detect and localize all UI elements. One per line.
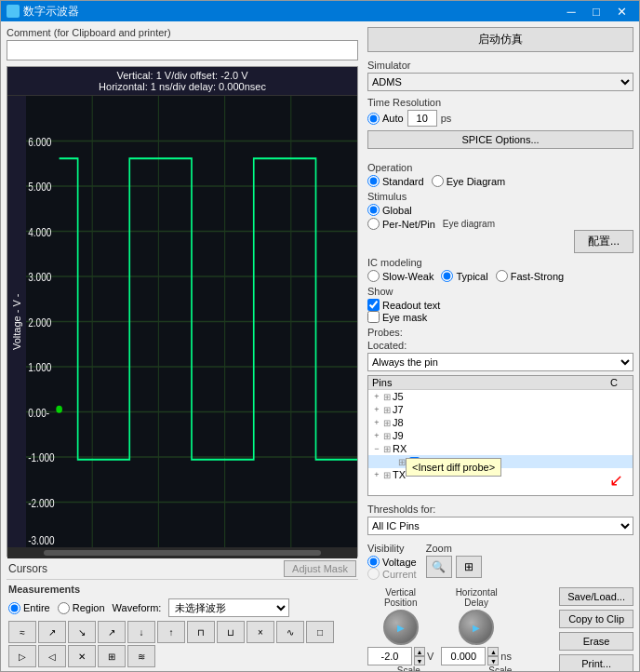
global-radio-label[interactable]: Global [367, 204, 412, 216]
expand-rx-child-icon [387, 457, 396, 466]
zoom-magnify-button[interactable]: 🔍 [426, 556, 452, 578]
entire-radio-label[interactable]: Entire [8, 602, 50, 614]
vertical-position-knob[interactable] [383, 610, 419, 645]
current-radio-label[interactable]: Current [367, 568, 417, 580]
meas-btn-8[interactable]: × [247, 621, 274, 643]
comment-input[interactable] [7, 40, 358, 60]
typical-radio[interactable] [441, 270, 453, 282]
pins-header: Pins C [368, 376, 633, 390]
slow-weak-radio-label[interactable]: Slow-Weak [367, 270, 433, 282]
meas-btn-3[interactable]: ↗ [98, 621, 126, 643]
meas-btn-12[interactable]: ◁ [38, 645, 66, 667]
per-net-pin-radio[interactable] [367, 218, 380, 230]
auto-radio[interactable] [367, 113, 380, 125]
thresholds-select[interactable]: All IC Pins Selected Pins [367, 517, 633, 535]
meas-btn-7[interactable]: ⊔ [217, 621, 245, 643]
expand-j8-icon[interactable]: + [372, 418, 381, 427]
voltage-radio[interactable] [367, 556, 380, 568]
probes-section: Probes: Located: Always the pin At probe… [367, 327, 633, 500]
readout-text-checkbox-label[interactable]: Readout text [367, 299, 633, 311]
waveform-select[interactable]: 未选择波形 [168, 598, 289, 617]
per-net-pin-radio-label[interactable]: Per-Net/Pin [367, 218, 435, 230]
y-axis-label: Voltage - V - [7, 96, 26, 547]
v-scale-group: Scale ▲ ▼ V/div [367, 665, 449, 671]
vertical-position-input[interactable] [367, 647, 412, 665]
time-resolution-input[interactable] [407, 110, 437, 127]
print-button[interactable]: Print... [559, 654, 633, 671]
maximize-button[interactable]: □ [584, 1, 608, 21]
meas-btn-10[interactable]: □ [306, 621, 334, 643]
slow-weak-radio[interactable] [367, 270, 380, 282]
comment-section: Comment (for Clipboard and printer) [7, 27, 358, 60]
probes-label: Probes: [367, 327, 633, 338]
eye-mask-checkbox-label[interactable]: Eye mask [367, 311, 633, 323]
expand-j9-icon[interactable]: + [372, 431, 381, 440]
standard-radio[interactable] [367, 175, 380, 187]
fast-strong-radio[interactable] [496, 270, 508, 282]
auto-radio-label[interactable]: Auto [367, 113, 404, 125]
standard-radio-label[interactable]: Standard [367, 175, 424, 187]
h-scale-label: Scale [488, 665, 512, 671]
meas-btn-0[interactable]: ≈ [8, 621, 36, 643]
current-radio[interactable] [367, 568, 380, 580]
horizontal-delay-input[interactable] [441, 647, 486, 665]
app-icon [7, 5, 20, 18]
ic-modeling-radio-group: Slow-Weak Typical Fast-Strong [367, 270, 633, 282]
pin-label-j9: J9 [393, 430, 404, 441]
close-window-button[interactable]: ✕ [609, 1, 633, 21]
meas-btn-14[interactable]: ⊞ [98, 645, 126, 667]
meas-btn-4[interactable]: ↓ [127, 621, 155, 643]
eye-mask-checkbox[interactable] [367, 311, 380, 323]
adjust-mask-button[interactable]: Adjust Mask [284, 560, 356, 577]
pin-row-rx[interactable]: − ⊞ RX [368, 442, 633, 455]
voltage-radio-label[interactable]: Voltage [367, 556, 417, 568]
pin-row-j8[interactable]: + ⊞ J8 [368, 416, 633, 429]
vertical-position-up[interactable]: ▲ [414, 647, 425, 656]
global-radio[interactable] [367, 204, 380, 216]
erase-button[interactable]: Erase [559, 632, 633, 651]
horizontal-delay-up[interactable]: ▲ [487, 647, 499, 656]
minimize-button[interactable]: ─ [559, 1, 583, 21]
expand-j5-icon[interactable]: + [372, 392, 381, 401]
horizontal-delay-knob[interactable] [459, 610, 494, 645]
main-content: Comment (for Clipboard and printer) Vert… [1, 21, 639, 671]
left-panel: Comment (for Clipboard and printer) Vert… [1, 21, 364, 671]
meas-btn-1[interactable]: ↗ [38, 621, 66, 643]
entire-radio[interactable] [8, 602, 20, 614]
horizontal-delay-down[interactable]: ▼ [487, 656, 499, 665]
region-radio[interactable] [58, 602, 70, 614]
pin-row-j7[interactable]: + ⊞ J7 [368, 403, 633, 416]
horizontal-info: Horizontal: 1 ns/div delay: 0.000nsec [7, 81, 357, 92]
meas-btn-13[interactable]: ✕ [68, 645, 96, 667]
config-button[interactable]: 配置... [574, 230, 633, 253]
expand-tx-icon[interactable]: + [372, 470, 381, 479]
located-select[interactable]: Always the pin At probe location [367, 353, 633, 371]
save-load-button[interactable]: Save/Load... [559, 587, 633, 606]
pin-row-j5[interactable]: + ⊞ J5 [368, 390, 633, 403]
meas-btn-11[interactable]: ▷ [8, 645, 36, 667]
meas-btn-15[interactable]: ≋ [127, 645, 155, 667]
operation-section: Operation Standard Eye Diagram [367, 162, 633, 187]
expand-rx-icon[interactable]: − [372, 444, 381, 453]
spice-options-button[interactable]: SPICE Options... [367, 130, 633, 149]
meas-btn-9[interactable]: ∿ [276, 621, 304, 643]
expand-j7-icon[interactable]: + [372, 405, 381, 414]
simulator-select[interactable]: ADMS SI/PI Co-Sim [367, 73, 633, 91]
meas-btn-2[interactable]: ↘ [68, 621, 96, 643]
pins-table: Pins C + ⊞ J5 + ⊞ J7 [367, 375, 633, 496]
fast-strong-radio-label[interactable]: Fast-Strong [496, 270, 564, 282]
pin-row-j9[interactable]: + ⊞ J9 [368, 429, 633, 442]
eye-diagram-radio[interactable] [432, 175, 444, 187]
eye-diagram-radio-label[interactable]: Eye Diagram [432, 175, 506, 187]
zoom-fit-button[interactable]: ⊞ [456, 556, 482, 578]
meas-btn-5[interactable]: ↑ [157, 621, 185, 643]
typical-radio-label[interactable]: Typical [441, 270, 487, 282]
readout-text-checkbox[interactable] [367, 299, 380, 311]
vertical-position-down[interactable]: ▼ [414, 656, 425, 665]
v-scale-label: Scale [397, 665, 420, 671]
meas-btn-6[interactable]: ⊓ [187, 621, 215, 643]
svg-text:4.000: 4.000 [28, 226, 51, 238]
region-radio-label[interactable]: Region [58, 602, 105, 614]
start-sim-button[interactable]: 启动仿真 [367, 27, 633, 52]
copy-to-clip-button[interactable]: Copy to Clip [559, 610, 633, 628]
